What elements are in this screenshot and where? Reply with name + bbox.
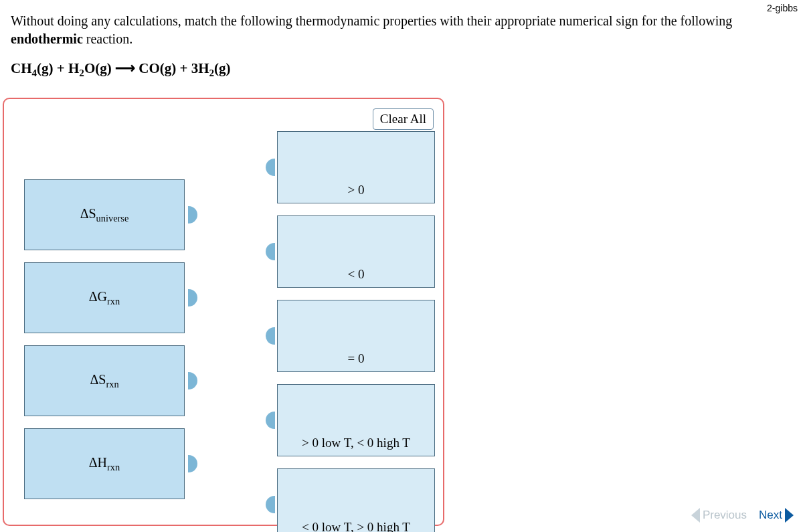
target-lt-low-gt-high[interactable]: < 0 low T, > 0 high T	[277, 468, 435, 532]
prompt-post: reaction.	[83, 31, 132, 46]
matching-activity: Clear All ΔSuniverse ΔGrxn ΔSrxn ΔHrxn >…	[3, 98, 444, 526]
target-label: = 0	[278, 351, 434, 366]
drop-handle-icon[interactable]	[266, 496, 275, 513]
drag-handle-icon[interactable]	[188, 289, 197, 306]
prompt-bold: endothermic	[11, 31, 83, 46]
next-label: Next	[759, 509, 782, 522]
target-gt-low-lt-high[interactable]: > 0 low T, < 0 high T	[277, 384, 435, 456]
page-tag: 2-gibbs	[767, 3, 798, 13]
source-label: ΔSuniverse	[80, 206, 129, 224]
drop-handle-icon[interactable]	[266, 159, 275, 176]
source-delta-s-universe[interactable]: ΔSuniverse	[24, 179, 185, 250]
target-gt-zero[interactable]: > 0	[277, 131, 435, 203]
source-label: ΔGrxn	[89, 289, 120, 307]
target-column: > 0 < 0 = 0 > 0 low T, < 0 high T < 0 lo…	[265, 131, 436, 532]
reaction-equation: CH4(g) + H2O(g) ⟶ CO(g) + 3H2(g)	[0, 48, 803, 79]
drop-handle-icon[interactable]	[266, 243, 275, 260]
target-label: < 0 low T, > 0 high T	[278, 520, 434, 532]
target-eq-zero[interactable]: = 0	[277, 300, 435, 372]
drag-handle-icon[interactable]	[188, 455, 197, 472]
drag-handle-icon[interactable]	[188, 372, 197, 389]
chevron-right-icon	[785, 508, 794, 523]
drop-handle-icon[interactable]	[266, 327, 275, 345]
chevron-left-icon	[691, 508, 700, 523]
target-lt-zero[interactable]: < 0	[277, 215, 435, 288]
question-prompt: Without doing any calculations, match th…	[0, 0, 803, 48]
previous-button[interactable]: Previous	[691, 508, 747, 523]
drop-handle-icon[interactable]	[266, 412, 275, 429]
target-label: > 0 low T, < 0 high T	[278, 436, 434, 450]
source-delta-s-rxn[interactable]: ΔSrxn	[24, 345, 185, 416]
source-label: ΔHrxn	[89, 455, 120, 473]
source-label: ΔSrxn	[90, 372, 118, 390]
prompt-pre: Without doing any calculations, match th…	[11, 13, 732, 28]
source-delta-g-rxn[interactable]: ΔGrxn	[24, 262, 185, 333]
target-label: > 0	[278, 183, 434, 197]
next-button[interactable]: Next	[759, 508, 794, 523]
drag-handle-icon[interactable]	[188, 206, 197, 224]
source-delta-h-rxn[interactable]: ΔHrxn	[24, 428, 185, 499]
clear-all-button[interactable]: Clear All	[373, 108, 434, 130]
previous-label: Previous	[703, 509, 747, 522]
target-label: < 0	[278, 267, 434, 282]
nav-controls: Previous Next	[691, 508, 794, 523]
source-column: ΔSuniverse ΔGrxn ΔSrxn ΔHrxn	[24, 179, 198, 511]
